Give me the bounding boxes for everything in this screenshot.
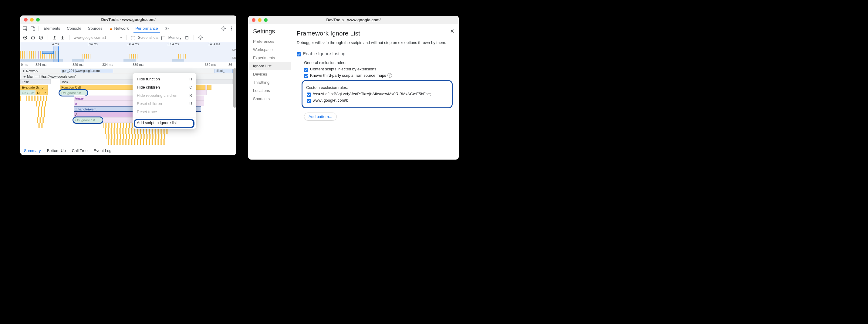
network-entry[interactable]: gen_204 (www.google.com) xyxy=(61,69,113,73)
window-title: DevTools - www.google.com/ xyxy=(248,18,459,22)
memory-label: Memory xyxy=(168,35,181,40)
performance-toolbar: www.google.com #1 Screenshots Memory xyxy=(20,33,236,42)
cpu-lane-label: CPU xyxy=(232,48,236,51)
overview-tick: 4 ms xyxy=(52,42,59,46)
memory-checkbox[interactable] xyxy=(161,36,165,40)
general-rules-label: General exclusion rules: xyxy=(304,60,453,65)
clear-icon[interactable] xyxy=(38,35,43,40)
chevron-down-icon xyxy=(120,37,122,38)
flame-ignore[interactable]: On ignore list xyxy=(74,118,102,123)
gc-icon[interactable] xyxy=(184,35,189,40)
capture-settings-gear-icon[interactable] xyxy=(198,35,203,40)
cm-reset-children: Reset childrenU xyxy=(132,99,196,108)
enable-ignore-label: Enable Ignore Listing xyxy=(303,51,346,56)
custom-rule-2-checkbox[interactable] xyxy=(307,99,311,103)
cm-hide-children[interactable]: Hide childrenC xyxy=(132,83,196,91)
svg-line-10 xyxy=(40,36,42,39)
titlebar: DevTools - www.google.com/ xyxy=(248,16,459,24)
nav-experiments[interactable]: Experiments xyxy=(248,54,291,62)
device-toggle-icon[interactable] xyxy=(31,26,35,31)
content-scripts-label: Content scripts injected by extensions xyxy=(310,67,376,71)
tab-elements[interactable]: Elements xyxy=(42,24,62,32)
svg-rect-11 xyxy=(186,37,188,39)
svg-point-3 xyxy=(223,28,224,29)
svg-rect-2 xyxy=(33,28,35,30)
enable-ignore-checkbox[interactable] xyxy=(297,52,301,57)
overview-tick: 994 ms xyxy=(88,42,98,46)
svg-point-4 xyxy=(231,26,232,27)
kebab-icon[interactable] xyxy=(229,26,234,31)
overview-tick: 1494 ms xyxy=(127,42,138,46)
window-title: DevTools - www.google.com/ xyxy=(20,17,236,22)
record-icon[interactable] xyxy=(23,35,28,40)
cm-hide-function[interactable]: Hide functionH xyxy=(132,75,196,83)
detail-ruler: 9 ms 324 ms 329 ms 334 ms 339 ms 359 ms … xyxy=(20,62,236,68)
network-entry[interactable]: client_ xyxy=(215,69,233,73)
inspect-icon[interactable] xyxy=(23,26,28,31)
scrollbar-thumb[interactable] xyxy=(233,68,236,108)
custom-rules-highlight-box: Custom exclusion rules: /ee=ALeJib:B8gLw… xyxy=(302,80,453,108)
tab-overflow[interactable]: ≫ xyxy=(163,24,171,32)
custom-rule-1-checkbox[interactable] xyxy=(307,93,311,97)
tab-performance[interactable]: Performance xyxy=(133,24,160,33)
custom-rule-1-label: /ee=ALeJib:B8gLwd;AfeaP:TkrAjf;Afksuc:wM… xyxy=(313,92,435,96)
devtools-performance-window: DevTools - www.google.com/ Elements Cons… xyxy=(20,15,236,155)
settings-description: Debugger will skip through the scripts a… xyxy=(297,40,453,45)
nav-workspace[interactable]: Workspace xyxy=(248,45,291,54)
main-track-header[interactable]: Main — https://www.google.com/ xyxy=(20,74,236,79)
warning-icon: ▲ xyxy=(109,26,113,31)
bottom-tab-calltree[interactable]: Call Tree xyxy=(72,148,88,153)
nav-preferences[interactable]: Preferences xyxy=(248,37,291,45)
reload-icon[interactable] xyxy=(31,35,35,40)
svg-point-12 xyxy=(200,37,202,38)
screenshots-checkbox[interactable] xyxy=(131,36,135,40)
bottom-tab-eventlog[interactable]: Event Log xyxy=(94,148,112,153)
flame-run[interactable]: Ru…s xyxy=(35,90,48,95)
nav-ignore-list[interactable]: Ignore List xyxy=(248,62,291,70)
flame-evaluate-script[interactable]: Evaluate Script xyxy=(20,85,48,90)
tab-sources[interactable]: Sources xyxy=(86,24,104,32)
titlebar: DevTools - www.google.com/ xyxy=(20,15,236,24)
cm-hide-repeating: Hide repeating childrenR xyxy=(132,91,196,99)
help-icon[interactable]: ? xyxy=(388,73,392,78)
settings-heading: Framework Ignore List xyxy=(297,30,453,37)
nav-locations[interactable]: Locations xyxy=(248,87,291,95)
custom-rule-2-label: www\.google\.com\b xyxy=(313,98,348,102)
svg-point-5 xyxy=(231,28,232,29)
context-menu: Hide functionH Hide childrenC Hide repea… xyxy=(132,73,196,129)
net-lane-label: NET xyxy=(232,56,236,59)
timeline-overview[interactable]: 4 ms 994 ms 1494 ms 1994 ms 2494 ms CPU … xyxy=(20,42,236,62)
settings-title: Settings xyxy=(248,28,291,37)
performance-bottom-tabs: Summary Bottom-Up Call Tree Event Log xyxy=(20,146,236,155)
network-track-header[interactable]: Network gen_204 (www.google.com) client_ xyxy=(20,68,236,74)
upload-icon[interactable] xyxy=(52,35,57,40)
download-icon[interactable] xyxy=(60,35,65,40)
third-party-label: Known third-party scripts from source ma… xyxy=(310,73,386,78)
tab-network[interactable]: ▲Network xyxy=(107,24,131,32)
add-pattern-button[interactable]: Add pattern... xyxy=(304,112,337,121)
tab-console[interactable]: Console xyxy=(65,24,83,32)
nav-shortcuts[interactable]: Shortcuts xyxy=(248,95,291,103)
svg-point-8 xyxy=(25,37,26,38)
cm-reset-trace: Reset trace xyxy=(132,108,196,116)
bottom-tab-summary[interactable]: Summary xyxy=(24,148,41,153)
flame-ignore[interactable]: On ignore list xyxy=(60,90,87,95)
overview-tick: 2494 ms xyxy=(209,42,220,46)
bottom-tab-bottomup[interactable]: Bottom-Up xyxy=(47,148,66,153)
nav-throttling[interactable]: Throttling xyxy=(248,78,291,87)
screenshots-label: Screenshots xyxy=(138,35,158,40)
overview-tick: 1994 ms xyxy=(167,42,179,46)
devtools-settings-window: DevTools - www.google.com/ Settings Pref… xyxy=(248,16,459,160)
devtools-main-tabbar: Elements Console Sources ▲Network Perfor… xyxy=(20,24,236,33)
cm-add-ignore[interactable]: Add script to ignore list xyxy=(132,119,196,127)
trace-selector[interactable]: www.google.com #1 xyxy=(74,35,122,40)
flame-task[interactable]: Task xyxy=(20,79,51,84)
content-scripts-checkbox[interactable] xyxy=(304,68,308,72)
flame-chart-area[interactable]: 9 ms 324 ms 329 ms 334 ms 339 ms 359 ms … xyxy=(20,62,236,155)
gear-icon[interactable] xyxy=(221,26,226,31)
third-party-checkbox[interactable] xyxy=(304,74,308,78)
custom-rules-label: Custom exclusion rules: xyxy=(306,85,447,90)
flame-ignore[interactable]: On i…list xyxy=(20,90,35,95)
nav-devices[interactable]: Devices xyxy=(248,70,291,78)
close-icon[interactable]: ✕ xyxy=(450,28,455,35)
